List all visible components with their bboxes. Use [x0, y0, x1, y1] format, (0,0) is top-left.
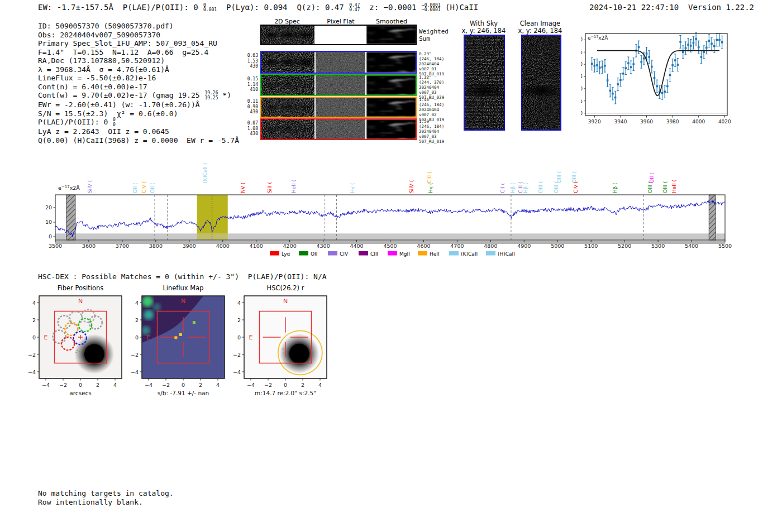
- svg-text:3980: 3980: [666, 119, 679, 124]
- spectral-line-label: CII (: [500, 183, 506, 193]
- spectral-line-label: OIII (: [662, 181, 668, 193]
- text-segment: LyA z = 2.2643 OII z = 0.0645: [38, 127, 169, 136]
- spectral-line-label: NV (: [240, 183, 246, 193]
- info-line: LyA z = 2.2643 OII z = 0.0645: [38, 127, 239, 136]
- svg-text:4500: 4500: [383, 243, 397, 249]
- spectral-line-label: OII (: [649, 172, 655, 183]
- svg-text:−2: −2: [131, 352, 139, 358]
- smoothed-image: [366, 75, 416, 95]
- svg-text:(H)CaII: (H)CaII: [498, 251, 515, 257]
- smoothed-image: [366, 26, 416, 44]
- pixel-flat-image: [316, 75, 365, 95]
- svg-text:−4: −4: [247, 382, 255, 388]
- svg-text:−2: −2: [233, 352, 241, 358]
- info-line: LineFlux = -5.50(±0.82)e-16: [38, 74, 239, 83]
- info-line: Cont(w) = 9.70(±0.02)e-17 (gmag 19.25 19…: [38, 91, 239, 100]
- text-segment: Obs: 20240404v007_5090057370: [38, 31, 160, 39]
- svg-text:10.0: 10.0: [581, 61, 583, 67]
- smoothed-image: [366, 119, 416, 139]
- svg-text:15.0: 15.0: [581, 37, 583, 42]
- svg-text:2: 2: [135, 317, 139, 323]
- svg-text:Fiber Positions: Fiber Positions: [58, 284, 104, 292]
- svg-text:(K)CaII: (K)CaII: [461, 251, 478, 257]
- report-timestamp: 2024-10-21 22:47:10 Version 1.22.2: [589, 3, 754, 12]
- svg-text:e−17x2Å: e−17x2Å: [588, 35, 608, 41]
- svg-text:4700: 4700: [450, 243, 464, 249]
- sup-sub-value: −0.0001−0.0001: [422, 3, 441, 13]
- spectral-line-label: SiIV (: [409, 180, 414, 193]
- pixel-flat-image: [316, 98, 365, 117]
- svg-text:s/b: -7.91 +/- nan: s/b: -7.91 +/- nan: [158, 390, 209, 396]
- svg-text:−2: −2: [162, 382, 170, 388]
- pixel-flat-image: [316, 52, 365, 73]
- text-segment: EW: -1.7±-157.5Å P(LAE)/P(OII): 0: [38, 3, 203, 12]
- clean-image-coords: x, y: 246, 184: [518, 27, 562, 35]
- info-line: Primary Spec_Slot_IFU_AMP: 507_093_054_R…: [38, 39, 239, 48]
- svg-text:HSC(26.2) r: HSC(26.2) r: [267, 284, 304, 292]
- svg-text:7.5: 7.5: [581, 74, 583, 79]
- svg-text:0: 0: [32, 334, 36, 341]
- report-datetime: 2024-10-21 22:47:10: [589, 3, 679, 12]
- svg-text:2: 2: [32, 317, 36, 323]
- spec2d-row: [260, 74, 417, 96]
- svg-text:0: 0: [237, 334, 241, 341]
- detection-info-block: ID: 5090057370 (5090057370.pdf)Obs: 2024…: [38, 22, 239, 145]
- svg-text:4800: 4800: [484, 243, 497, 249]
- spec2d-row-left-values: 0.151.14410: [245, 76, 258, 93]
- svg-text:Lyα: Lyα: [282, 251, 290, 257]
- svg-text:3500: 3500: [49, 243, 62, 249]
- svg-text:5200: 5200: [618, 243, 631, 249]
- svg-text:4020: 4020: [718, 119, 731, 124]
- svg-text:4600: 4600: [417, 243, 430, 249]
- svg-text:−2: −2: [28, 352, 36, 358]
- svg-text:4300: 4300: [317, 243, 330, 249]
- info-line: Q(0.00) (H)CaII(3968) z = 0.0000 EW r = …: [38, 136, 239, 145]
- svg-text:20: 20: [45, 204, 52, 210]
- fiber-positions-panel: Fiber PositionsNE−4−4−2−2002244arcsecs: [26, 282, 143, 401]
- text-segment: Cont(w) = 9.70(±0.02)e-17 (gmag 19.25: [38, 91, 204, 99]
- report-version: Version 1.22.2: [688, 3, 754, 12]
- svg-text:3920: 3920: [588, 119, 601, 124]
- svg-text:N: N: [181, 298, 185, 305]
- svg-text:0: 0: [135, 334, 139, 341]
- svg-text:0: 0: [284, 382, 287, 388]
- info-line: F=1.4" T=0.155 N=1.12 A=0.66 g=25.4: [38, 48, 239, 57]
- spectral-line-label: SiII (: [267, 182, 273, 193]
- svg-text:−2: −2: [264, 382, 272, 388]
- line-fit-plot: 0.02.55.07.510.012.515.03920394039603980…: [581, 27, 748, 127]
- svg-text:4: 4: [113, 382, 117, 388]
- spectral-line-label: Hβ (: [510, 183, 516, 193]
- svg-text:OII: OII: [311, 251, 317, 257]
- text-segment: S/N = 15.5(±2.3) χ² = 0.6(±0.0): [38, 109, 178, 118]
- text-segment: *): [218, 91, 231, 99]
- spec2d-row: [260, 97, 417, 118]
- spectral-line-label: SiIV (: [87, 180, 93, 193]
- spec2d-row: [260, 51, 417, 74]
- spec2d-row-left-values: 0.110.90430: [245, 99, 258, 115]
- spectral-line-label: OII (: [132, 183, 138, 193]
- svg-text:2: 2: [237, 317, 241, 323]
- svg-text:N: N: [78, 298, 83, 305]
- svg-text:arcsecs: arcsecs: [69, 390, 91, 396]
- svg-text:5.0: 5.0: [581, 86, 583, 92]
- spec2d-row: [260, 25, 417, 45]
- info-line: P(LAE)/P(OII): 0 00: [38, 118, 239, 127]
- svg-text:3940: 3940: [614, 119, 627, 124]
- spec2d-image: [261, 26, 314, 44]
- text-segment: Q(0.00) (H)CaII(3968) z = 0.0000 EW r = …: [38, 136, 239, 145]
- text-segment: EWr = -2.60(±0.41) (w: -1.70(±0.26))Å: [38, 100, 200, 109]
- spec2d-row-annotation: 1.32"(244, 370)20240404v007_03507_RU_039: [419, 75, 444, 100]
- svg-text:4: 4: [32, 300, 36, 306]
- spec2d-image: [261, 119, 314, 139]
- svg-text:CIV: CIV: [340, 251, 349, 257]
- hsc-image-panel: HSC(26.2) rNE−4−4−2−2002244m:14.7 re:2.0…: [231, 282, 348, 401]
- svg-text:0: 0: [182, 382, 185, 388]
- spectral-line-label: HeII (: [291, 180, 297, 193]
- text-segment: (H)CaII: [441, 3, 478, 12]
- info-line: Obs: 20240404v007_5090057370: [38, 31, 239, 40]
- svg-text:4200: 4200: [283, 243, 297, 249]
- matches-plae: P(LAE)/P(OII): N/A: [248, 272, 327, 281]
- footer-note: No matching targets in catalog. Row inte…: [38, 489, 174, 506]
- spec2d-row-left-values: 0.071.08430: [245, 121, 258, 137]
- spec2d-image: [261, 98, 314, 117]
